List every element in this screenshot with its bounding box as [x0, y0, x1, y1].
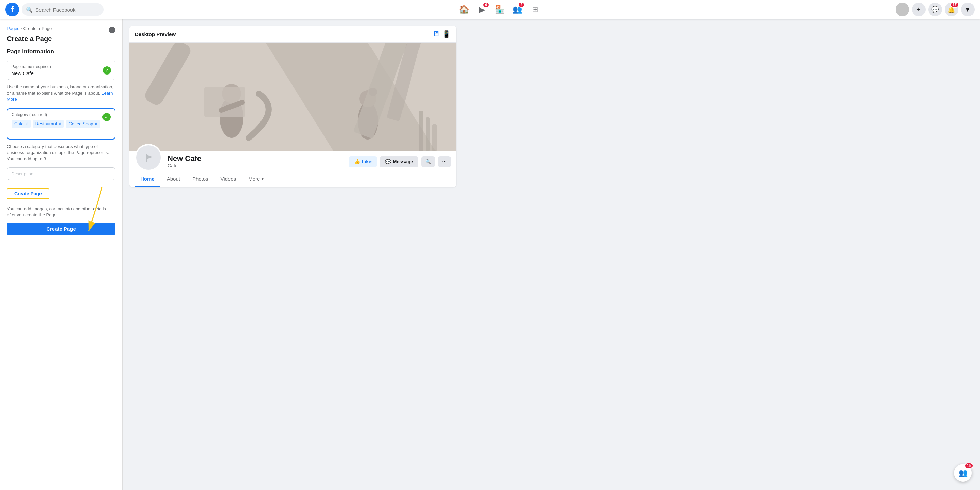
category-check-icon: ✓: [102, 113, 111, 121]
more-options-button[interactable]: ⋯: [438, 156, 451, 167]
page-name-helper: Use the name of your business, brand or …: [7, 84, 115, 103]
header-row: Pages › Create a Page i: [7, 26, 115, 34]
user-avatar[interactable]: [896, 3, 909, 16]
search-input[interactable]: [35, 7, 99, 13]
tab-videos[interactable]: Videos: [215, 172, 242, 187]
search-icon: 🔍: [26, 6, 33, 13]
groups-badge: 2: [518, 2, 525, 8]
add-button[interactable]: +: [912, 3, 926, 16]
tab-more[interactable]: More ▾: [243, 171, 269, 187]
cover-illustration: [129, 43, 456, 151]
section-title: Page Information: [7, 48, 115, 55]
breadcrumb-create: Create a Page: [23, 26, 52, 31]
description-field[interactable]: Description: [7, 167, 115, 180]
gaming-icon: ⊞: [532, 5, 538, 14]
preview-title: Desktop Preview: [135, 31, 176, 37]
messenger-button[interactable]: 💬: [928, 3, 942, 16]
breadcrumb-pages[interactable]: Pages: [7, 26, 19, 31]
cover-area: [129, 43, 456, 151]
mobile-preview-icon[interactable]: 📱: [442, 30, 451, 38]
create-page-button[interactable]: Create Page: [7, 222, 115, 235]
nav-right: + 💬 🔔 17 ▼: [896, 3, 975, 16]
messenger-icon: 💬: [931, 6, 939, 13]
right-panel: Desktop Preview 🖥 📱: [123, 19, 980, 490]
messenger-msg-icon: 💬: [385, 159, 391, 164]
menu-button[interactable]: ▼: [961, 3, 975, 16]
svg-rect-13: [433, 124, 436, 151]
like-button[interactable]: 👍 Like: [349, 156, 377, 167]
page-tabs: Home About Photos Videos More ▾: [129, 171, 456, 187]
thumbs-up-icon: 👍: [354, 159, 360, 164]
nav-home[interactable]: 🏠: [456, 2, 472, 18]
nav-gaming[interactable]: ⊞: [527, 2, 543, 18]
tag-cafe-remove[interactable]: ×: [25, 121, 28, 127]
profile-page-category: Cafe: [167, 163, 349, 168]
category-input[interactable]: [11, 130, 71, 135]
svg-rect-12: [426, 117, 430, 151]
profile-page-name: New Cafe: [167, 154, 349, 163]
plus-icon: +: [917, 6, 921, 13]
search-page-button[interactable]: 🔍: [421, 156, 435, 167]
category-label: Category (required): [11, 112, 111, 117]
svg-rect-11: [419, 111, 423, 151]
page-title: Create a Page: [7, 35, 115, 43]
callout-box: Create Page: [7, 188, 49, 199]
chevron-down-more-icon: ▾: [261, 176, 264, 182]
profile-avatar: [135, 144, 162, 171]
preview-header-bar: Desktop Preview 🖥 📱: [129, 26, 456, 43]
desktop-preview-icon[interactable]: 🖥: [433, 30, 440, 38]
marketplace-icon: 🏪: [495, 5, 504, 14]
home-icon: 🏠: [459, 5, 469, 14]
page-name-check-icon: ✓: [103, 67, 111, 75]
profile-section: New Cafe Cafe 👍 Like 💬 Message 🔍: [129, 151, 456, 171]
ellipsis-icon: ⋯: [442, 159, 447, 164]
breadcrumb: Pages › Create a Page: [7, 26, 52, 31]
info-icon[interactable]: i: [109, 27, 115, 33]
tag-restaurant-remove[interactable]: ×: [58, 121, 61, 127]
preview-icons: 🖥 📱: [433, 30, 451, 38]
people-badge-count: 15: [965, 463, 973, 469]
profile-info: New Cafe Cafe: [167, 151, 349, 171]
search-page-icon: 🔍: [425, 159, 431, 164]
profile-actions: 👍 Like 💬 Message 🔍 ⋯: [349, 152, 451, 171]
message-button[interactable]: 💬 Message: [380, 156, 418, 167]
svg-rect-15: [146, 154, 147, 162]
bottom-helper: You can add images, contact info and oth…: [7, 206, 115, 218]
description-label: Description: [11, 171, 111, 176]
tag-coffeeshop: Coffee Shop ×: [66, 120, 100, 128]
page-name-value[interactable]: New Cafe: [11, 70, 111, 76]
nav-groups[interactable]: 👥 2: [509, 2, 525, 18]
topnav: f 🔍 🏠 ▶ 6 🏪 👥 2 ⊞ + 💬 🔔: [0, 0, 980, 19]
svg-marker-16: [147, 155, 153, 159]
search-bar[interactable]: 🔍: [22, 3, 103, 16]
tag-cafe: Cafe ×: [11, 120, 31, 128]
page-layout: Pages › Create a Page i Create a Page Pa…: [0, 0, 980, 490]
notifications-badge: 17: [950, 2, 959, 8]
people-icon: 👥: [959, 469, 968, 477]
nav-center: 🏠 ▶ 6 🏪 👥 2 ⊞: [106, 2, 893, 18]
facebook-logo[interactable]: f: [5, 3, 19, 16]
nav-marketplace[interactable]: 🏪: [492, 2, 508, 18]
tag-restaurant: Restaurant ×: [33, 120, 64, 128]
nav-video[interactable]: ▶ 6: [474, 2, 490, 18]
page-name-label: Page name (required): [11, 64, 111, 69]
category-helper: Choose a category that describes what ty…: [7, 144, 115, 162]
preview-card: Desktop Preview 🖥 📱: [129, 26, 456, 187]
avatar-placeholder-icon: [142, 151, 155, 164]
tab-home[interactable]: Home: [135, 172, 160, 187]
left-panel: Pages › Create a Page i Create a Page Pa…: [0, 19, 123, 490]
people-badge[interactable]: 👥 15: [954, 464, 972, 482]
tag-coffeeshop-remove[interactable]: ×: [94, 121, 97, 127]
tab-about[interactable]: About: [161, 172, 186, 187]
tags-row: Cafe × Restaurant × Coffee Shop ×: [11, 120, 111, 135]
tab-photos[interactable]: Photos: [187, 172, 214, 187]
chevron-down-icon: ▼: [965, 6, 971, 13]
page-name-field: Page name (required) New Cafe ✓: [7, 60, 115, 80]
notifications-button[interactable]: 🔔 17: [945, 3, 958, 16]
video-badge: 6: [482, 2, 489, 8]
create-page-annotation: Create Page: [7, 188, 115, 202]
category-field[interactable]: Category (required) Cafe × Restaurant × …: [7, 108, 115, 140]
